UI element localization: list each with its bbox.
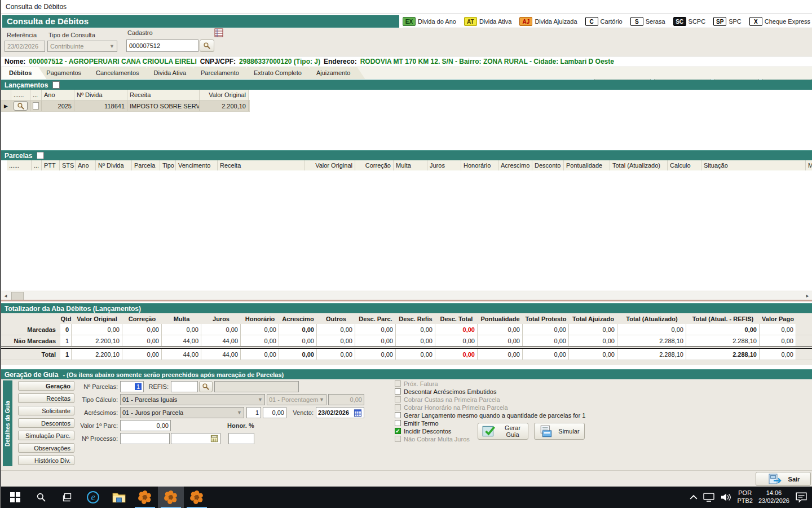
cadastro-search-button[interactable] [200,40,214,52]
checkbox-label: Próx. Fatura [404,380,438,387]
tab-extrato-completo[interactable]: Extrato Completo [247,67,316,79]
simular-button[interactable]: Simular [534,423,585,440]
tipo-consulta-select[interactable]: Contribuinte▼ [47,41,117,52]
guia-side-button-observacoes[interactable]: Observações [18,443,74,453]
taskbar-windows-start-button[interactable] [2,487,28,508]
column-header: Valor Original [200,90,249,100]
acrescimos-select[interactable]: 01 - Juros por Parcela ▼ [120,407,244,418]
tab-divida-ativa[interactable]: Divida Ativa [147,67,201,79]
processo-input-1[interactable] [120,433,170,444]
tab-parcelamento[interactable]: Parcelamento [194,67,254,79]
tipo-consulta-label: Tipo de Consulta [48,32,95,38]
value-cell: 0,00 [241,335,279,346]
valor-primeira-parcela-input[interactable]: 0,00 [120,420,171,431]
column-header: Desc. Refis [396,313,435,324]
taskbar-app-flower-button[interactable] [132,487,158,508]
row-checkbox[interactable] [33,102,39,110]
scroll-right-button[interactable]: ► [803,292,812,300]
checkbox[interactable] [395,436,401,442]
calendar-icon[interactable] [354,409,362,417]
gerar-guia-button[interactable]: Gerar Guia [478,423,528,440]
value-cell: 0,00 [523,324,569,335]
tab-pagamentos[interactable]: Pagamentos [39,67,96,79]
cell-receita: IMPOSTO SOBRE SERVIC [127,100,200,111]
referencia-field[interactable]: 23/02/2026 [5,41,45,52]
checkbox[interactable] [395,380,401,387]
taskbar-app-flower-button[interactable] [184,487,210,508]
legend-code-box: SC [673,17,686,26]
language-indicator[interactable]: PORPTB2 [737,489,753,505]
calculator-icon[interactable] [210,435,218,443]
taskbar-app-flower-button[interactable] [158,487,184,508]
column-header: Situação [701,160,806,170]
tipo-calculo-select[interactable]: 01 - Parcelas Iguais ▼ [120,394,265,405]
column-header: Receita [127,90,200,100]
chevron-up-icon[interactable] [690,494,698,500]
n-parcelas-input[interactable]: 1 [120,381,144,392]
checkbox[interactable] [395,404,401,410]
scrollbar-thumb[interactable] [11,292,24,300]
guia-side-button-historico-div[interactable]: Histórico Div. [18,456,74,465]
geracao-guia-section: Geração de Guia - (Os itens abaixo somen… [1,369,812,470]
processo-input-2[interactable] [171,433,220,444]
checkbox[interactable] [395,396,401,402]
totalizador-column-headers: QtdValor OriginalCorreçãoMultaJurosHonor… [1,313,812,324]
cadastro-input[interactable]: 000007512 [126,40,198,52]
guia-side-button-geracao[interactable]: Geração [18,381,74,391]
lancamentos-select-all-checkbox[interactable] [52,81,60,89]
tab-ajuizamento[interactable]: Ajuizamento [310,67,365,79]
windows-start-icon [10,492,20,502]
table-row[interactable]: ▶2025118641IMPOSTO SOBRE SERVIC2.200,10 [1,100,250,112]
guia-side-button-solicitante[interactable]: Solicitante [18,406,74,415]
checkbox[interactable] [395,420,401,426]
parcelas-select-all-checkbox[interactable] [37,152,44,159]
acrescimos-qty-input[interactable]: 1 [246,407,261,418]
guia-side-button-descontos[interactable]: Descontos [18,418,74,428]
page-title: Consulta de Débitos [2,15,399,28]
taskbar-file-explorer-button[interactable] [106,487,132,508]
value-cell: 0,00 [435,349,478,360]
value-cell: 0,00 [523,349,569,360]
value-cell: 2.288,10 [686,335,760,346]
guia-side-button-receitas[interactable]: Receitas [18,393,74,403]
refis-label: REFIS: [144,383,171,390]
cnpj-label: CNPJ/CPF: [200,58,236,65]
legend-label: Divida Ajuizada [535,18,577,25]
value-cell: 44,00 [201,335,241,346]
taskbar-icons: e [1,487,210,508]
acrescimos-amount-input[interactable]: 0,00 [263,407,286,418]
checkbox[interactable] [395,388,401,395]
vencto-date-input[interactable]: 23/02/2026 [316,407,364,418]
parcelas-column-headers: .........PTTSTSAnoNº DividaParcelaTipoVe… [1,160,812,170]
taskbar-task-view-button[interactable] [54,487,80,508]
refis-search-button[interactable] [199,381,213,392]
value-cell: 0,00 [396,335,435,346]
network-icon[interactable] [703,493,714,502]
tab-cancelamentos[interactable]: Cancelamentos [89,67,153,79]
app-window: Consulta de Débitos Consulta de Débitos … [0,0,812,508]
sair-button[interactable]: Sair [756,472,811,486]
value-cell: 0,00 [686,324,760,335]
list-grid-icon[interactable] [214,28,223,37]
legend-label: SPC [729,18,742,25]
legend-label: SCPC [689,18,706,25]
honor-label: Honor. % [227,422,254,429]
column-header: Nº Divida [96,160,132,170]
scroll-left-button[interactable]: ◄ [1,292,10,300]
porcentagem-amount-field[interactable]: 0,00 [328,394,364,405]
row-search-button[interactable] [14,101,28,111]
column-header: Correção [122,313,162,324]
porcentagem-select[interactable]: 01 - Porcentagem ▼ [267,394,326,405]
column-header: Nº Divida [74,90,127,100]
checkbox[interactable]: ✓ [395,428,401,434]
notifications-icon[interactable] [795,492,807,503]
clock[interactable]: 14:0623/02/2026 [758,489,789,505]
taskbar-search-button[interactable] [28,487,54,508]
speaker-icon[interactable] [720,493,731,502]
honor-input[interactable] [228,433,254,444]
checkbox[interactable] [395,412,401,418]
guia-side-button-simulacao-parc[interactable]: Simulação Parc. [18,431,74,440]
taskbar-internet-explorer-button[interactable]: e [80,487,106,508]
geracao-guia-header: Geração de Guia - (Os itens abaixo somen… [1,369,812,379]
refis-input[interactable] [171,381,198,392]
